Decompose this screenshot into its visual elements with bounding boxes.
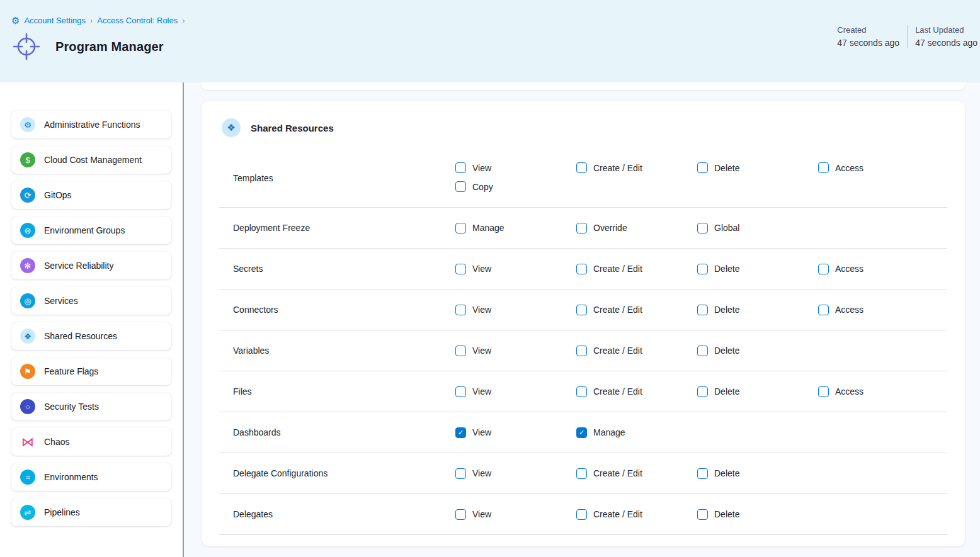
checkbox-unchecked[interactable]: [576, 162, 587, 173]
sidebar-item-chaos[interactable]: ⋈Chaos: [11, 428, 171, 456]
created-value: 47 seconds ago: [837, 38, 899, 48]
permission-checkbox-create-edit[interactable]: Create / Edit: [576, 305, 697, 315]
sidebar-item-security-tests[interactable]: ○Security Tests: [11, 393, 171, 420]
permission-cell: Delete: [697, 468, 818, 479]
checkbox-unchecked[interactable]: [455, 223, 466, 233]
checkbox-unchecked[interactable]: [697, 386, 708, 397]
permission-checkbox-create-edit[interactable]: Create / Edit: [576, 509, 697, 520]
permission-checkbox-delete[interactable]: Delete: [697, 264, 818, 274]
checkbox-unchecked[interactable]: [455, 509, 466, 520]
sidebar-item-cloud-cost-management[interactable]: $Cloud Cost Management: [11, 146, 171, 174]
sidebar-item-environment-groups[interactable]: ⊚Environment Groups: [11, 217, 171, 244]
permission-checkbox-override[interactable]: Override: [576, 223, 697, 233]
checkbox-unchecked[interactable]: [818, 305, 829, 315]
permission-checkbox-global[interactable]: Global: [697, 223, 818, 233]
shield-scan-icon: ○: [20, 399, 35, 414]
permission-checkbox-create-edit[interactable]: Create / Edit: [576, 386, 697, 397]
checkbox-unchecked[interactable]: [576, 264, 587, 274]
resource-label: Dashboards: [219, 427, 455, 437]
checkbox-label: Create / Edit: [593, 163, 642, 173]
sidebar-item-administrative-functions[interactable]: ⚙Administrative Functions: [11, 111, 171, 138]
checkbox-unchecked[interactable]: [818, 386, 829, 397]
cloud-dollar-icon: $: [20, 152, 35, 167]
permission-checkbox-create-edit[interactable]: Create / Edit: [576, 162, 697, 173]
checkbox-unchecked[interactable]: [455, 162, 466, 173]
checkbox-unchecked[interactable]: [455, 468, 466, 479]
checkbox-unchecked[interactable]: [818, 264, 829, 274]
checkbox-label: View: [472, 264, 491, 274]
checkbox-unchecked[interactable]: [455, 305, 466, 315]
permission-checkbox-copy[interactable]: Copy: [455, 181, 576, 192]
permission-checkbox-access[interactable]: Access: [818, 305, 947, 315]
permission-cell: View: [455, 264, 576, 274]
checkbox-unchecked[interactable]: [697, 223, 708, 233]
checkbox-label: View: [472, 305, 491, 315]
sidebar-item-service-reliability[interactable]: ✻Service Reliability: [11, 252, 171, 279]
checkbox-unchecked[interactable]: [697, 346, 708, 356]
checkbox-checked[interactable]: ✓: [576, 427, 587, 438]
checkbox-unchecked[interactable]: [455, 181, 466, 192]
checkbox-label: Access: [835, 305, 863, 315]
permission-checkbox-view[interactable]: View: [455, 162, 576, 173]
created-label: Created: [837, 25, 899, 35]
resource-label: Templates: [219, 173, 455, 183]
checkbox-unchecked[interactable]: [576, 346, 587, 356]
permission-checkbox-create-edit[interactable]: Create / Edit: [576, 346, 697, 356]
checkbox-unchecked[interactable]: [455, 264, 466, 274]
checkbox-unchecked[interactable]: [818, 162, 829, 173]
permission-checkbox-view[interactable]: View: [455, 305, 576, 315]
checkbox-checked[interactable]: ✓: [455, 427, 466, 438]
checkbox-unchecked[interactable]: [697, 468, 708, 479]
breadcrumb-account-settings[interactable]: Account Settings: [24, 16, 86, 25]
permission-cell: Delete: [697, 149, 818, 173]
checkbox-unchecked[interactable]: [576, 509, 587, 520]
permission-cell: Create / Edit: [576, 305, 697, 315]
permission-checkbox-delete[interactable]: Delete: [697, 305, 818, 315]
permission-checkbox-access[interactable]: Access: [818, 162, 947, 173]
permission-checkbox-manage[interactable]: Manage: [455, 223, 576, 233]
sidebar-item-gitops[interactable]: ⟳GitOps: [11, 181, 171, 209]
permission-checkbox-create-edit[interactable]: Create / Edit: [576, 468, 697, 479]
permission-checkbox-delete[interactable]: Delete: [697, 162, 818, 173]
permission-checkbox-view[interactable]: View: [455, 264, 576, 274]
checkbox-unchecked[interactable]: [576, 223, 587, 233]
checkbox-label: Manage: [472, 223, 504, 233]
permission-checkbox-view[interactable]: View: [455, 468, 576, 479]
checkbox-unchecked[interactable]: [697, 509, 708, 520]
permission-row-variables: VariablesViewCreate / EditDelete: [219, 330, 947, 371]
permission-checkbox-delete[interactable]: Delete: [697, 346, 818, 356]
permission-checkbox-delete[interactable]: Delete: [697, 509, 818, 520]
checkbox-unchecked[interactable]: [697, 305, 708, 315]
sidebar-item-shared-resources[interactable]: ❖Shared Resources: [11, 322, 171, 350]
checkbox-unchecked[interactable]: [697, 264, 708, 274]
checkbox-unchecked[interactable]: [576, 468, 587, 479]
checkbox-unchecked[interactable]: [455, 346, 466, 356]
permission-cell: Access: [818, 264, 947, 274]
permission-checkbox-view[interactable]: ✓View: [455, 427, 576, 438]
permission-checkbox-delete[interactable]: Delete: [697, 386, 818, 397]
permission-checkbox-view[interactable]: View: [455, 346, 576, 356]
permission-checkbox-delete[interactable]: Delete: [697, 468, 818, 479]
permission-row-templates: TemplatesViewCopyCreate / EditDeleteAcce…: [219, 149, 947, 208]
checkbox-label: View: [472, 346, 491, 356]
sidebar-item-feature-flags[interactable]: ⚑Feature Flags: [11, 357, 171, 385]
checkbox-unchecked[interactable]: [455, 386, 466, 397]
sidebar-item-services[interactable]: ◎Services: [11, 287, 171, 315]
gitops-sync-icon: ⟳: [20, 188, 35, 203]
permission-checkbox-access[interactable]: Access: [818, 386, 947, 397]
permission-checkbox-access[interactable]: Access: [818, 264, 947, 274]
permission-checkbox-manage[interactable]: ✓Manage: [576, 427, 697, 438]
permission-checkbox-create-edit[interactable]: Create / Edit: [576, 264, 697, 274]
checkbox-unchecked[interactable]: [576, 386, 587, 397]
resource-label: Delegate Configurations: [219, 468, 455, 478]
checkbox-unchecked[interactable]: [697, 162, 708, 173]
permission-checkbox-view[interactable]: View: [455, 509, 576, 520]
permission-cell: View: [455, 468, 576, 479]
permission-cell: View: [455, 305, 576, 315]
breadcrumb-access-control-roles[interactable]: Access Control: Roles: [97, 16, 178, 25]
sidebar-item-pipelines[interactable]: ⇌Pipelines: [11, 498, 171, 526]
checkbox-unchecked[interactable]: [576, 305, 587, 315]
section-title: Shared Resources: [251, 123, 334, 133]
permission-checkbox-view[interactable]: View: [455, 386, 576, 397]
sidebar-item-environments[interactable]: ≈Environments: [11, 463, 171, 491]
